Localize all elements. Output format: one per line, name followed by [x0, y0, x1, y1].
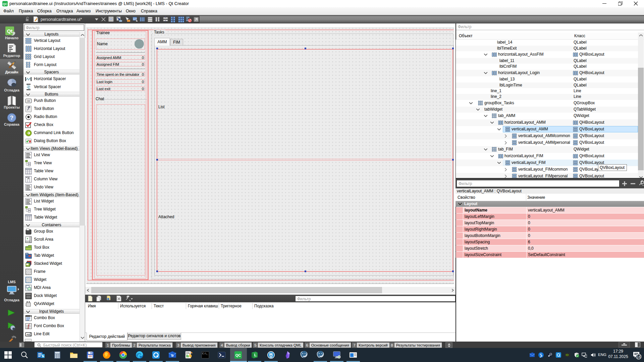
svg-text:QC: QC	[3, 2, 7, 6]
svg-text:b: b	[171, 353, 174, 357]
svg-text:AB: AB	[26, 333, 30, 336]
svg-text:QC: QC	[235, 353, 241, 357]
svg-text:OK: OK	[27, 100, 30, 102]
svg-text:Qt: Qt	[7, 28, 13, 34]
svg-text:C:\_: C:\_	[202, 352, 208, 355]
svg-text:L: L	[254, 353, 257, 357]
svg-text:14: 14	[637, 355, 641, 359]
svg-text:?: ?	[10, 115, 13, 121]
